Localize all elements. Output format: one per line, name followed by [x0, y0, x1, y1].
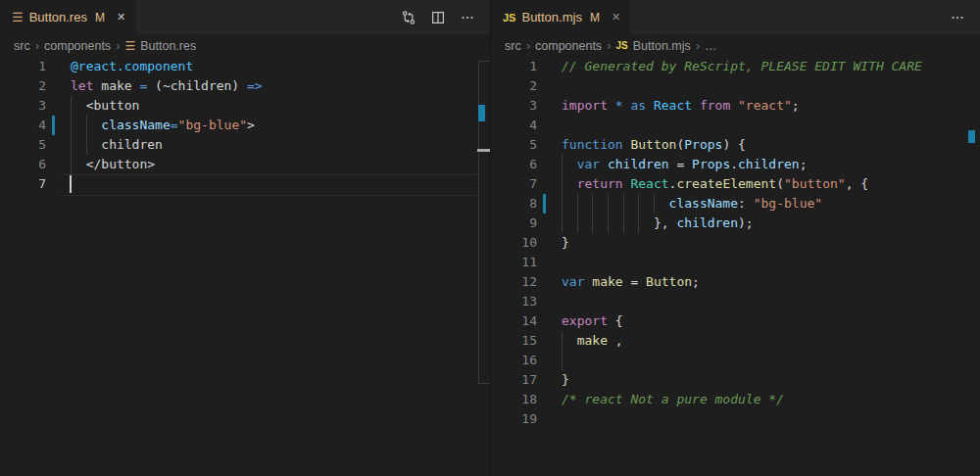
- line-number: 4: [491, 116, 537, 135]
- code-line[interactable]: 17}: [491, 370, 980, 390]
- code-token: Button: [646, 274, 692, 289]
- editor-right[interactable]: 1// Generated by ReScript, PLEASE EDIT W…: [491, 57, 980, 476]
- gutter-decorations: [537, 76, 562, 96]
- git-modified-gutter-marker: [543, 194, 546, 214]
- indent-guide: [562, 155, 563, 174]
- code-token: make: [577, 333, 608, 348]
- git-modified-gutter-marker: [52, 116, 55, 135]
- code-line[interactable]: 5function Button(Props) {: [491, 135, 980, 155]
- tab-button-mjs[interactable]: JS Button.mjs M ✕: [491, 0, 630, 34]
- indent-guide: [71, 135, 72, 155]
- breadcrumb-right[interactable]: src›components›JSButton.mjs›…: [491, 34, 980, 57]
- code-token: [562, 176, 577, 191]
- code-token: }: [562, 235, 569, 250]
- chevron-right-icon: ›: [696, 38, 700, 53]
- code-token: React: [630, 176, 668, 191]
- line-number: 3: [0, 96, 46, 116]
- line-number: 12: [491, 272, 537, 292]
- code-token: from: [700, 98, 730, 113]
- code-token: React: [654, 98, 692, 113]
- git-modified-badge: M: [95, 11, 105, 24]
- code-line[interactable]: 7 return React.createElement("button", {: [491, 174, 980, 194]
- code-line-content: export {: [562, 311, 980, 331]
- gutter-decorations: [537, 233, 562, 253]
- code-line-content: className: "bg-blue": [562, 194, 980, 214]
- code-line[interactable]: 5 children: [0, 135, 490, 155]
- code-token: ) {: [722, 137, 745, 152]
- chevron-right-icon: ›: [116, 38, 120, 53]
- code-line[interactable]: 7: [0, 174, 490, 194]
- editor-actions-left: [398, 0, 490, 34]
- git-modified-badge: M: [590, 11, 600, 24]
- editor-group-right: JS Button.mjs M ✕ src›components›JSButto…: [490, 0, 980, 476]
- text-cursor: [70, 175, 72, 193]
- code-token: "button": [784, 176, 846, 191]
- line-number: 1: [0, 57, 46, 76]
- indent-guide: [592, 214, 593, 233]
- breadcrumb-label: components: [44, 39, 111, 53]
- code-line[interactable]: 9 }, children);: [491, 214, 980, 233]
- code-line[interactable]: 2let make = (~children) =>: [0, 76, 490, 96]
- close-icon[interactable]: ✕: [117, 12, 125, 23]
- code-line[interactable]: 10}: [491, 233, 980, 253]
- code-line[interactable]: 12var make = Button;: [491, 272, 980, 292]
- code-line-content: [562, 351, 980, 370]
- code-token: [730, 98, 738, 113]
- code-line[interactable]: 11: [491, 253, 980, 272]
- tab-button-res[interactable]: ☰ Button.res M ✕: [0, 0, 135, 34]
- breadcrumb-item[interactable]: src: [14, 39, 30, 53]
- code-line[interactable]: 1// Generated by ReScript, PLEASE EDIT W…: [491, 57, 980, 76]
- overview-ruler-left[interactable]: [477, 0, 490, 476]
- indent-guide: [86, 135, 87, 155]
- code-line[interactable]: 8 className: "bg-blue": [491, 194, 980, 214]
- code-token: "react": [738, 98, 792, 113]
- code-line-content: import * as React from "react";: [562, 96, 980, 116]
- breadcrumb-item[interactable]: …: [705, 39, 717, 53]
- more-actions-icon[interactable]: [947, 7, 968, 28]
- code-line[interactable]: 3import * as React from "react";: [491, 96, 980, 116]
- breadcrumb-item[interactable]: ☰Button.res: [124, 39, 196, 53]
- code-token: (: [776, 176, 784, 191]
- code-line[interactable]: 16: [491, 351, 980, 370]
- code-line[interactable]: 15 make ,: [491, 331, 980, 351]
- code-token: </button>: [71, 157, 155, 171]
- breadcrumb-label: Button.res: [140, 39, 196, 53]
- breadcrumb-item[interactable]: src: [505, 39, 521, 53]
- code-line[interactable]: 3 <button: [0, 96, 490, 116]
- code-line-content: [562, 76, 980, 96]
- more-actions-icon[interactable]: [457, 7, 478, 28]
- code-line[interactable]: 14export {: [491, 311, 980, 331]
- overview-ruler-right[interactable]: [967, 0, 980, 476]
- code-line[interactable]: 19: [491, 409, 980, 429]
- code-line[interactable]: 6 var children = Props.children;: [491, 155, 980, 174]
- breadcrumb-item[interactable]: JSButton.mjs: [615, 39, 690, 53]
- code-line-content: className="bg-blue">: [71, 116, 490, 135]
- code-line-content: // Generated by ReScript, PLEASE EDIT WI…: [562, 57, 980, 76]
- code-token: {: [608, 313, 623, 328]
- file-icon: ☰: [12, 11, 24, 24]
- split-editor-icon[interactable]: [427, 7, 449, 28]
- breadcrumb-item[interactable]: components: [535, 39, 602, 53]
- editor-left[interactable]: 1@react.component2let make = (~children)…: [0, 57, 490, 476]
- breadcrumb-left[interactable]: src›components›☰Button.res: [0, 34, 490, 57]
- code-line-content: [71, 174, 490, 194]
- code-line[interactable]: 4 className="bg-blue">: [0, 116, 490, 135]
- indent-guide: [562, 194, 563, 214]
- breadcrumb-item[interactable]: components: [44, 39, 111, 53]
- chevron-right-icon: ›: [526, 38, 530, 53]
- indent-guide: [71, 96, 72, 116]
- tabbar-spacer: [630, 0, 947, 34]
- gutter-decorations: [537, 292, 562, 311]
- close-icon[interactable]: ✕: [612, 12, 620, 23]
- code-line[interactable]: 2: [491, 76, 980, 96]
- open-changes-icon[interactable]: [398, 7, 419, 28]
- code-line-content: var make = Button;: [562, 272, 980, 292]
- code-line[interactable]: 6 </button>: [0, 155, 490, 174]
- code-token: =>: [247, 78, 263, 93]
- tabbar-spacer: [135, 0, 398, 34]
- code-line[interactable]: 13: [491, 292, 980, 311]
- code-line[interactable]: 18/* react Not a pure module */: [491, 390, 980, 409]
- code-token: "bg-blue": [178, 118, 247, 132]
- code-line[interactable]: 4: [491, 116, 980, 135]
- code-line[interactable]: 1@react.component: [0, 57, 490, 76]
